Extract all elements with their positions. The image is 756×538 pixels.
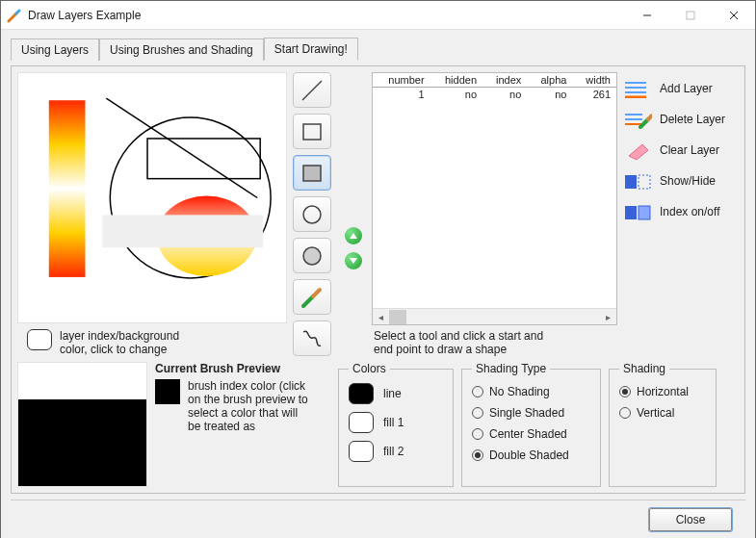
cell-width: 261 [572, 88, 616, 102]
radio-center-shaded[interactable]: Center Shaded [472, 427, 590, 441]
layer-table[interactable]: number hidden index alpha width 1 no no … [372, 72, 617, 325]
cell-alpha: no [527, 88, 572, 102]
maximize-button[interactable] [668, 1, 712, 29]
horizontal-scrollbar[interactable]: ◂ ▸ [373, 308, 616, 324]
shading-type-group: Shading Type No Shading Single Shaded Ce… [461, 362, 601, 487]
tool-ellipse-outline[interactable] [293, 196, 331, 232]
brush-preview-box: Current Brush Preview brush index color … [17, 362, 330, 487]
brush-preview-canvas[interactable] [17, 362, 147, 487]
tool-line[interactable] [293, 72, 331, 108]
layer-move-arrows [341, 72, 366, 356]
fill2-color-swatch[interactable] [349, 441, 374, 462]
lower-row: Current Brush Preview brush index color … [17, 362, 739, 487]
shading-legend: Shading [619, 362, 669, 375]
app-window: Draw Layers Example Using Layers Using B… [0, 0, 756, 538]
layer-index-row: layer index/background color, click to c… [17, 329, 287, 356]
col-hidden[interactable]: hidden [430, 73, 482, 88]
svg-line-6 [106, 98, 257, 197]
side-actions: Add Layer Delete Layer Clear Layer [623, 72, 739, 356]
brush-preview-title: Current Brush Preview [155, 362, 330, 375]
col-index[interactable]: index [482, 73, 527, 88]
show-hide-action[interactable]: Show/Hide [623, 170, 739, 192]
svg-point-14 [303, 247, 321, 265]
index-onoff-label: Index on/off [660, 205, 720, 218]
line-color-label: line [383, 387, 402, 400]
tool-rect-outline[interactable] [293, 114, 331, 149]
layers-column: number hidden index alpha width 1 no no … [372, 72, 617, 356]
show-hide-icon [623, 170, 652, 192]
scroll-left-arrow-icon[interactable]: ◂ [373, 309, 389, 325]
fill1-color-label: fill 1 [383, 416, 404, 429]
table-empty-area [373, 101, 616, 308]
close-window-button[interactable] [712, 1, 755, 29]
radio-vertical[interactable]: Vertical [619, 406, 706, 420]
brush-preview-desc: brush index color (click on the brush pr… [188, 379, 313, 433]
radio-horizontal[interactable]: Horizontal [619, 385, 706, 398]
svg-rect-25 [639, 175, 650, 189]
upper-row: layer index/background color, click to c… [17, 72, 739, 356]
shading-type-legend: Shading Type [472, 362, 550, 375]
line-color-swatch[interactable] [349, 383, 374, 404]
clear-layer-action[interactable]: Clear Layer [623, 140, 739, 161]
svg-rect-12 [303, 166, 321, 181]
clear-layer-label: Clear Layer [660, 143, 719, 157]
radio-no-shading[interactable]: No Shading [472, 385, 590, 398]
drawing-canvas[interactable] [17, 72, 287, 323]
add-layer-action[interactable]: Add Layer [623, 78, 739, 99]
client-area: Using Layers Using Brushes and Shading S… [1, 30, 755, 538]
scroll-right-arrow-icon[interactable]: ▸ [600, 309, 616, 325]
delete-layer-action[interactable]: Delete Layer [623, 109, 739, 130]
tab-start-drawing[interactable]: Start Drawing! [264, 38, 358, 61]
title-bar: Draw Layers Example [1, 1, 755, 30]
svg-rect-27 [639, 206, 650, 219]
tab-using-brushes[interactable]: Using Brushes and Shading [99, 38, 264, 61]
tool-brush[interactable] [293, 279, 331, 315]
tool-freehand[interactable] [293, 320, 331, 356]
scrollbar-track[interactable] [389, 309, 600, 325]
tool-rect-filled[interactable] [293, 155, 331, 191]
svg-rect-11 [303, 124, 321, 140]
close-button[interactable]: Close [649, 508, 732, 531]
col-width[interactable]: width [572, 73, 616, 88]
radio-double-shaded[interactable]: Double Shaded [472, 448, 590, 462]
tool-palette [293, 72, 335, 356]
fill1-color-swatch[interactable] [349, 412, 374, 433]
svg-rect-24 [625, 175, 637, 189]
svg-line-10 [302, 81, 322, 100]
window-title: Draw Layers Example [28, 9, 625, 22]
layer-index-color-chip[interactable] [27, 329, 52, 350]
svg-marker-15 [350, 233, 357, 239]
tool-hint: Select a tool and click a start and end … [372, 329, 545, 356]
radio-single-shaded[interactable]: Single Shaded [472, 406, 590, 420]
brush-preview-fill [18, 399, 146, 486]
eraser-icon [623, 140, 652, 161]
cell-index: no [482, 88, 527, 102]
table-row[interactable]: 1 no no no 261 [373, 88, 616, 102]
brush-index-swatch[interactable] [155, 379, 180, 404]
index-onoff-action[interactable]: Index on/off [623, 201, 739, 222]
svg-point-13 [303, 206, 321, 223]
minimize-button[interactable] [625, 1, 668, 29]
dialog-footer: Close [11, 500, 745, 538]
move-layer-down-button[interactable] [345, 252, 362, 269]
cell-number: 1 [373, 88, 430, 102]
svg-rect-4 [49, 100, 86, 277]
scrollbar-thumb[interactable] [389, 310, 406, 324]
tab-using-layers[interactable]: Using Layers [11, 38, 99, 61]
svg-rect-26 [625, 206, 637, 219]
colors-group: Colors line fill 1 fill 2 [338, 362, 454, 487]
canvas-column: layer index/background color, click to c… [17, 72, 287, 356]
tool-ellipse-filled[interactable] [293, 238, 331, 273]
col-number[interactable]: number [373, 73, 430, 88]
color-row-fill1: fill 1 [349, 412, 443, 433]
app-icon [7, 8, 22, 23]
add-layer-icon [623, 78, 652, 99]
window-buttons [625, 1, 755, 29]
svg-rect-1 [687, 12, 694, 19]
move-layer-up-button[interactable] [345, 227, 362, 244]
tab-bar: Using Layers Using Brushes and Shading S… [11, 38, 745, 61]
cell-hidden: no [430, 88, 482, 102]
fill2-color-label: fill 2 [383, 445, 404, 458]
color-row-fill2: fill 2 [349, 441, 443, 462]
col-alpha[interactable]: alpha [527, 73, 572, 88]
